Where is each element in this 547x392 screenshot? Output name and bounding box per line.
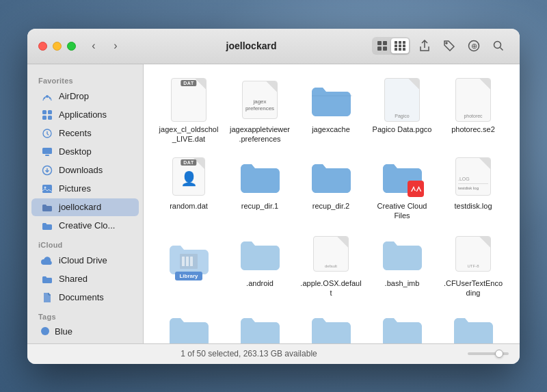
grid-view-button[interactable] — [373, 38, 391, 53]
file-item-recup1[interactable]: recup_dir.1 — [226, 149, 294, 224]
sidebar-item-recents[interactable]: Recents — [31, 125, 139, 142]
file-name-random-dat: random.dat — [170, 201, 208, 211]
back-button[interactable]: ‹ — [84, 36, 103, 55]
file-icon-random-dat: DAT 👤 — [167, 155, 211, 198]
file-icon-ddlocalbackups — [309, 309, 353, 343]
location-title: joellockard — [131, 40, 372, 51]
icloud-drive-label: iCloud Drive — [59, 255, 107, 265]
file-name-apple-osx: .apple.OSX.default — [300, 278, 362, 298]
file-icon-library — [167, 232, 211, 276]
desktop-label: Desktop — [59, 146, 92, 157]
svg-rect-6 — [403, 41, 405, 44]
file-item-jagexcache[interactable]: jagexcache — [297, 73, 365, 147]
file-icon-photorec: photorec — [451, 78, 495, 122]
file-icon-recup1 — [238, 155, 282, 198]
file-item-android[interactable]: .android — [226, 226, 294, 301]
file-icon-easeus — [451, 309, 495, 343]
sidebar-item-downloads[interactable]: Downloads — [31, 161, 139, 179]
forward-button[interactable]: › — [106, 36, 125, 55]
file-item-bash-imb[interactable]: .bash_imb — [368, 226, 436, 301]
svg-rect-5 — [399, 41, 401, 44]
svg-line-17 — [501, 48, 503, 51]
maximize-button[interactable] — [67, 42, 76, 51]
finder-window: ‹ › joellockard — [27, 29, 520, 364]
file-item-apple-osx[interactable]: default .apple.OSX.default — [297, 226, 365, 301]
content-area: Favorites AirDrop — [27, 64, 520, 343]
file-icon-cfuser: UTF-8 — [451, 232, 495, 276]
file-item-ddlocalbackups[interactable]: .DDLocalBackups — [297, 303, 365, 343]
sidebar-item-airdrop[interactable]: AirDrop — [31, 88, 139, 105]
file-item-jagex-prefs[interactable]: jagex preferences jagexappletviewer.pref… — [226, 73, 294, 147]
file-item-pagico[interactable]: Pagico Pagico Data.pgco — [368, 73, 436, 147]
tags-section-label: Tags — [27, 307, 143, 324]
action-button[interactable]: ⊕ — [464, 36, 484, 55]
file-item-recup2[interactable]: recup_dir.2 — [297, 149, 365, 224]
sidebar-item-creative-cloud[interactable]: Creative Clo... — [31, 217, 139, 235]
applications-icon — [41, 109, 53, 121]
svg-rect-8 — [399, 44, 401, 47]
applications-label: Applications — [59, 109, 107, 120]
file-name-jagex-dat: jagex_cl_oldschol_LIVE.dat — [158, 125, 219, 144]
file-grid: DAT jagex_cl_oldschol_LIVE.dat jagex pre… — [155, 73, 509, 343]
svg-rect-12 — [403, 48, 405, 51]
file-name-bash-imb: .bash_imb — [385, 278, 420, 288]
sidebar-item-pictures[interactable]: Pictures — [31, 180, 139, 198]
search-button[interactable] — [488, 36, 509, 55]
icloud-drive-icon — [41, 254, 53, 267]
sidebar-item-applications[interactable]: Applications — [31, 106, 139, 124]
file-item-creative-cloud[interactable]: Creative Cloud Files — [368, 149, 436, 224]
sidebar-item-joellockard[interactable]: joellockard — [31, 198, 139, 216]
file-item-ddpreview[interactable]: .DDPreview — [368, 303, 436, 343]
file-item-jagex-dat[interactable]: DAT jagex_cl_oldschol_LIVE.dat — [155, 73, 223, 147]
svg-rect-2 — [377, 47, 382, 51]
shared-label: Shared — [59, 274, 88, 284]
svg-text:⊕: ⊕ — [471, 42, 477, 50]
status-bar: 1 of 50 selected, 263.13 GB available — [27, 343, 520, 364]
svg-rect-0 — [377, 41, 382, 45]
svg-rect-11 — [399, 48, 401, 51]
file-icon-ddpreview — [380, 309, 424, 343]
file-icon-config — [167, 309, 211, 343]
file-item-easeus[interactable]: .easeus — [439, 303, 507, 343]
icloud-section-label: iCloud — [27, 235, 143, 252]
recents-label: Recents — [59, 128, 92, 138]
titlebar: ‹ › joellockard — [27, 29, 520, 64]
file-item-cfuser[interactable]: UTF-8 .CFUserTextEncoding — [439, 226, 507, 301]
documents-icon — [41, 291, 53, 304]
sidebar-item-icloud-drive[interactable]: iCloud Drive — [31, 252, 139, 270]
airdrop-icon — [41, 90, 53, 103]
icon-view-button[interactable] — [391, 38, 409, 53]
file-icon-testdisk: .LOG testdisk log — [451, 155, 495, 198]
tag-button[interactable] — [439, 36, 459, 55]
minimize-button[interactable] — [53, 42, 62, 51]
svg-point-27 — [44, 186, 46, 188]
zoom-slider[interactable] — [468, 352, 509, 355]
svg-rect-31 — [190, 257, 193, 266]
file-item-random-dat[interactable]: DAT 👤 random.dat — [155, 149, 223, 224]
sidebar: Favorites AirDrop — [27, 64, 144, 343]
file-name-creative-cloud: Creative Cloud Files — [371, 201, 433, 221]
svg-rect-30 — [186, 257, 189, 266]
file-item-testdisk[interactable]: .LOG testdisk log testdisk.log — [439, 149, 507, 224]
sidebar-item-shared[interactable]: Shared — [31, 270, 139, 288]
svg-rect-23 — [42, 148, 52, 154]
sidebar-item-desktop[interactable]: Desktop — [31, 143, 139, 161]
svg-rect-4 — [395, 41, 397, 44]
file-name-android: .android — [246, 278, 274, 288]
file-item-config[interactable]: .config — [155, 303, 223, 343]
svg-rect-29 — [182, 257, 185, 266]
close-button[interactable] — [38, 42, 47, 51]
sidebar-item-tag-blue[interactable]: Blue — [31, 324, 139, 339]
file-icon-jagex-prefs: jagex preferences — [238, 78, 282, 122]
file-item-photorec[interactable]: photorec photorec.se2 — [439, 73, 507, 147]
file-name-pagico: Pagico Data.pgco — [373, 125, 432, 134]
file-name-recup2: recup_dir.2 — [312, 201, 349, 211]
file-icon-pagico: Pagico — [380, 78, 424, 122]
traffic-lights — [38, 42, 76, 51]
svg-rect-7 — [395, 44, 397, 47]
file-item-library[interactable]: Library — [155, 226, 223, 301]
file-item-cups[interactable]: .cups — [226, 303, 294, 343]
blue-tag-label: Blue — [55, 326, 72, 337]
share-button[interactable] — [414, 36, 435, 55]
sidebar-item-documents[interactable]: Documents — [31, 289, 139, 306]
